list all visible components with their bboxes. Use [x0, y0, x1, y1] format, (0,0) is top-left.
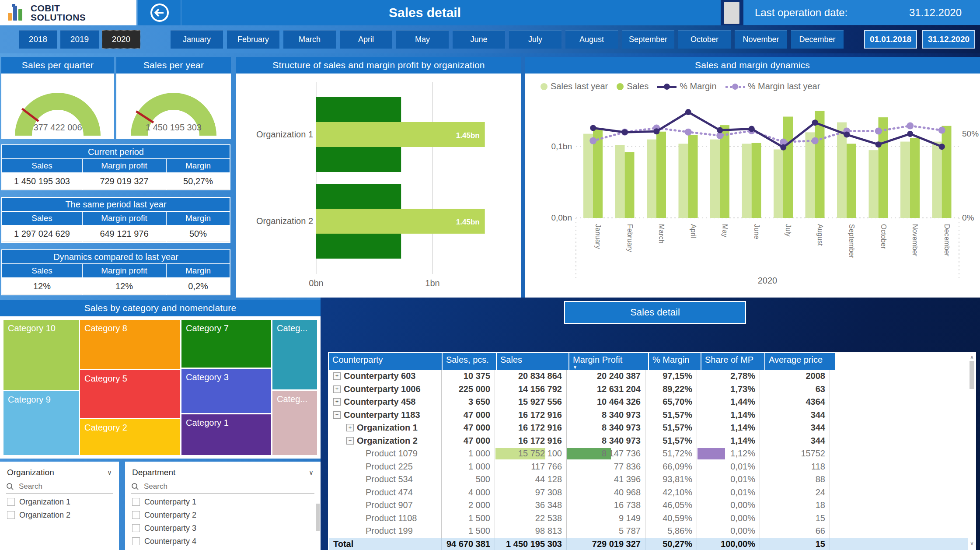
slicer-item[interactable]: Counterparty 2 — [125, 507, 321, 520]
dynamics-bar[interactable] — [774, 150, 783, 218]
slicer-item[interactable]: Counterparty 4 — [125, 533, 321, 546]
table-row[interactable]: Total94 670 3811 450 195 303729 019 3275… — [329, 538, 968, 550]
treemap-tile[interactable]: Categ... — [272, 320, 317, 389]
collapse-icon[interactable]: − — [333, 411, 341, 419]
column-header-sales[interactable]: Sales — [497, 353, 568, 370]
column-header-share-of-mp[interactable]: Share of MP — [701, 353, 764, 370]
org-bar[interactable] — [316, 97, 401, 122]
date-from-box[interactable]: 01.01.2018 — [864, 30, 917, 49]
checkbox[interactable] — [7, 511, 15, 519]
org-bar[interactable] — [316, 234, 401, 259]
chevron-down-icon[interactable]: ∨ — [107, 469, 112, 476]
back-button[interactable] — [138, 0, 181, 25]
month-button-march[interactable]: March — [283, 30, 336, 49]
dynamics-bar[interactable] — [647, 140, 656, 218]
year-button-2019[interactable]: 2019 — [60, 30, 99, 49]
dynamics-bar[interactable] — [815, 111, 825, 218]
chevron-down-icon[interactable]: ∨ — [309, 469, 314, 476]
dynamics-bar[interactable] — [942, 126, 952, 218]
dynamics-bar[interactable] — [656, 132, 666, 218]
month-button-december[interactable]: December — [791, 30, 844, 49]
scroll-down-icon[interactable]: ∨ — [968, 540, 976, 546]
slicer-search-input[interactable] — [18, 482, 72, 491]
treemap-tile[interactable]: Categ... — [272, 391, 317, 455]
month-button-october[interactable]: October — [678, 30, 731, 49]
year-button-2020[interactable]: 2020 — [102, 30, 140, 49]
dynamics-bar[interactable] — [710, 140, 720, 218]
month-button-july[interactable]: July — [509, 30, 561, 49]
slicer-item[interactable]: Organization 2 — [0, 507, 119, 520]
expand-icon[interactable]: + — [333, 398, 341, 406]
dynamics-bar[interactable] — [742, 144, 752, 218]
collapse-icon[interactable]: − — [346, 437, 354, 445]
table-row[interactable]: +Counterparty 60310 37520 834 86420 240 … — [329, 370, 968, 383]
treemap-tile[interactable]: Category 1 — [181, 414, 271, 455]
table-row[interactable]: Product 4744 00097 30840 96842,10%0,01%2… — [329, 486, 968, 499]
dynamics-bar[interactable] — [900, 142, 910, 218]
checkbox[interactable] — [7, 498, 15, 506]
expand-icon[interactable]: + — [346, 424, 354, 431]
expand-icon[interactable]: + — [333, 385, 341, 393]
table-row[interactable]: −Organization 247 00016 172 9168 340 973… — [329, 434, 968, 448]
org-bar[interactable] — [316, 184, 401, 209]
dynamics-bar[interactable] — [752, 143, 761, 218]
table-row[interactable]: +Counterparty 4583 65015 927 55610 464 3… — [329, 396, 968, 409]
treemap-tile[interactable]: Category 2 — [80, 419, 180, 455]
dynamics-bar[interactable] — [679, 144, 688, 218]
top-scrollbar-thumb[interactable] — [724, 2, 739, 24]
table-row[interactable]: −Counterparty 118347 00016 172 9168 340 … — [329, 409, 968, 422]
dynamics-bar[interactable] — [688, 135, 698, 218]
scroll-up-icon[interactable]: ∧ — [968, 354, 976, 361]
slicer-scrollbar-thumb[interactable] — [316, 504, 320, 531]
org-bar[interactable] — [316, 147, 401, 172]
expand-icon[interactable]: + — [333, 372, 341, 380]
checkbox[interactable] — [132, 511, 140, 519]
month-button-april[interactable]: April — [340, 30, 392, 49]
slicer-item[interactable]: Counterparty 1 — [125, 494, 321, 507]
month-button-june[interactable]: June — [453, 30, 505, 49]
table-row[interactable]: Product 10791 00015 752 1008 147 73651,7… — [329, 447, 968, 460]
month-button-january[interactable]: January — [171, 30, 223, 49]
table-row[interactable]: +Counterparty 1006225 00014 156 79212 63… — [329, 383, 968, 396]
month-button-november[interactable]: November — [735, 30, 787, 49]
date-to-box[interactable]: 31.12.2020 — [922, 30, 975, 49]
column-header-margin-profit[interactable]: Margin Profit▼ — [569, 353, 648, 370]
table-row[interactable]: Product 11081 50022 5389 14940,59%0,00%1… — [329, 512, 968, 525]
dynamics-bar[interactable] — [932, 142, 942, 218]
table-row[interactable]: Product 9072 00036 34816 73846,05%0,00%1… — [329, 499, 968, 512]
table-row[interactable]: +Organization 147 00016 172 9168 340 973… — [329, 421, 968, 434]
year-button-2018[interactable]: 2018 — [19, 30, 57, 49]
checkbox[interactable] — [132, 524, 140, 532]
month-button-august[interactable]: August — [565, 30, 618, 49]
checkbox[interactable] — [132, 498, 140, 506]
dynamics-bar[interactable] — [615, 145, 625, 218]
checkbox[interactable] — [132, 537, 140, 545]
column-header-average-price[interactable]: Average price — [765, 353, 835, 370]
slicer-search-input[interactable] — [143, 482, 197, 491]
column-header-sales-pcs-[interactable]: Sales, pcs. — [443, 353, 496, 370]
treemap-tile[interactable]: Category 8 — [80, 320, 180, 369]
month-button-may[interactable]: May — [396, 30, 449, 49]
column-header-counterparty[interactable]: Counterparty — [329, 353, 442, 370]
dynamics-bar[interactable] — [783, 117, 793, 218]
treemap-tile[interactable]: Category 9 — [3, 391, 79, 455]
dynamics-bar[interactable] — [910, 138, 920, 218]
sales-detail-button[interactable]: Sales detail — [564, 301, 746, 324]
treemap-tile[interactable]: Category 3 — [181, 369, 271, 413]
table-row[interactable]: Product 53450044 12841 39693,81%0,01%88 — [329, 473, 968, 486]
slicer-item[interactable]: Counterparty 3 — [125, 520, 321, 533]
scrollbar-thumb[interactable] — [970, 361, 974, 389]
column-header--margin[interactable]: % Margin — [649, 353, 701, 370]
treemap-tile[interactable]: Category 7 — [181, 320, 271, 368]
dynamics-bar[interactable] — [625, 152, 635, 218]
table-row[interactable]: Product 1991 50098 8135 7875,86%0,00%66 — [329, 525, 968, 538]
dynamics-bar[interactable] — [847, 144, 856, 218]
dynamics-bar[interactable] — [806, 132, 815, 218]
month-button-september[interactable]: September — [622, 30, 674, 49]
treemap-tile[interactable]: Category 10 — [3, 320, 79, 390]
dynamics-bar[interactable] — [869, 150, 879, 218]
month-button-february[interactable]: February — [227, 30, 279, 49]
table-row[interactable]: Product 2251 000117 76677 83666,09%0,01%… — [329, 460, 968, 473]
dynamics-bar[interactable] — [720, 125, 729, 218]
table-scrollbar[interactable]: ∧∨ — [968, 353, 976, 549]
